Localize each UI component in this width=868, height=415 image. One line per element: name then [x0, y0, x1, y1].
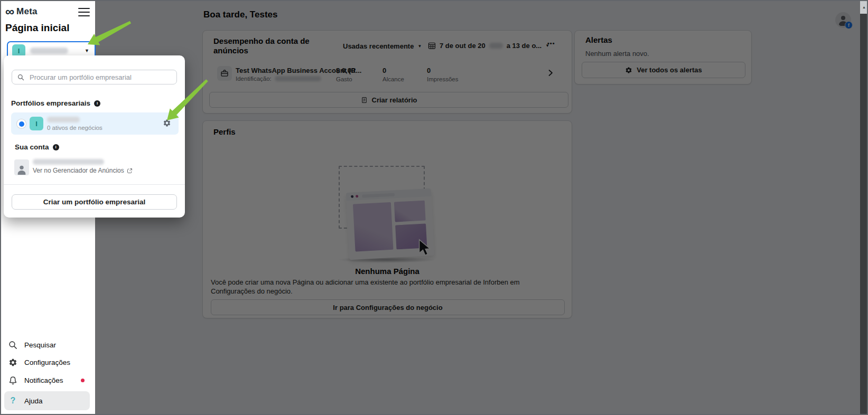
- account-heading-label: Sua conta: [15, 143, 49, 151]
- question-mark-icon: ?: [8, 396, 17, 405]
- portfolio-list-item[interactable]: I 0 ativos de negócios: [11, 112, 179, 135]
- sidebar-item-label: Pesquisar: [24, 341, 56, 349]
- modal-dim-overlay[interactable]: [95, 0, 860, 415]
- search-icon: [17, 74, 24, 81]
- portfolios-heading-label: Portfólios empresariais: [11, 99, 90, 107]
- redacted-user-name: [33, 159, 104, 165]
- up-arrow-icon: ▲: [862, 5, 866, 9]
- bell-icon: [8, 376, 17, 385]
- portfolio-subtitle: 0 ativos de negócios: [47, 125, 102, 131]
- sidebar-item-search[interactable]: Pesquisar: [4, 337, 90, 352]
- portfolio-search-input[interactable]: [29, 73, 171, 82]
- radio-selected-icon[interactable]: [17, 119, 26, 128]
- sidebar-item-settings[interactable]: Configurações: [4, 355, 90, 370]
- meta-brand-text: Meta: [16, 6, 38, 17]
- info-icon[interactable]: i: [53, 144, 59, 150]
- menu-hamburger-icon[interactable]: [78, 8, 90, 16]
- ads-manager-link-label: Ver no Gerenciador de Anúncios: [33, 167, 124, 174]
- portfolio-settings-gear-icon[interactable]: [163, 119, 171, 127]
- redacted-portfolio-name: [30, 48, 68, 54]
- user-avatar: [14, 159, 29, 175]
- portfolio-search[interactable]: [12, 70, 177, 84]
- search-icon: [8, 341, 17, 350]
- browser-scrollbar[interactable]: ▲: [860, 0, 868, 415]
- page-title: Página inicial: [5, 22, 69, 34]
- sidebar-item-help[interactable]: ? Ajuda: [4, 391, 90, 410]
- scroll-up-button[interactable]: ▲: [860, 0, 868, 14]
- caret-down-icon: ▼: [85, 48, 89, 53]
- external-link-icon: [127, 168, 133, 174]
- sidebar-item-label: Configurações: [24, 359, 70, 366]
- notification-badge: [81, 379, 85, 382]
- portfolio-dropdown: Portfólios empresariais i I 0 ativos de …: [4, 55, 185, 218]
- person-icon: [16, 164, 27, 175]
- portfolios-heading: Portfólios empresariais i: [11, 99, 100, 107]
- gear-icon: [8, 358, 17, 367]
- create-portfolio-label: Criar um portfólio empresarial: [43, 198, 146, 206]
- meta-business-suite-home: { "icons": { "caret_down": "▼", "ellipsi…: [0, 0, 868, 415]
- meta-infinity-icon: ∞: [5, 7, 14, 16]
- meta-logo[interactable]: ∞ Meta: [5, 6, 38, 17]
- redacted-portfolio-name: [47, 117, 80, 122]
- divider: [4, 184, 185, 185]
- info-icon[interactable]: i: [94, 100, 100, 107]
- create-portfolio-button[interactable]: Criar um portfólio empresarial: [12, 194, 177, 210]
- ads-manager-link[interactable]: Ver no Gerenciador de Anúncios: [33, 167, 133, 174]
- sidebar-item-label: Notificações: [24, 376, 63, 384]
- sidebar-item-notifications[interactable]: Notificações: [4, 373, 90, 388]
- portfolio-avatar: I: [30, 117, 43, 130]
- sidebar-item-label: Ajuda: [24, 397, 43, 405]
- account-heading: Sua conta i: [15, 143, 59, 151]
